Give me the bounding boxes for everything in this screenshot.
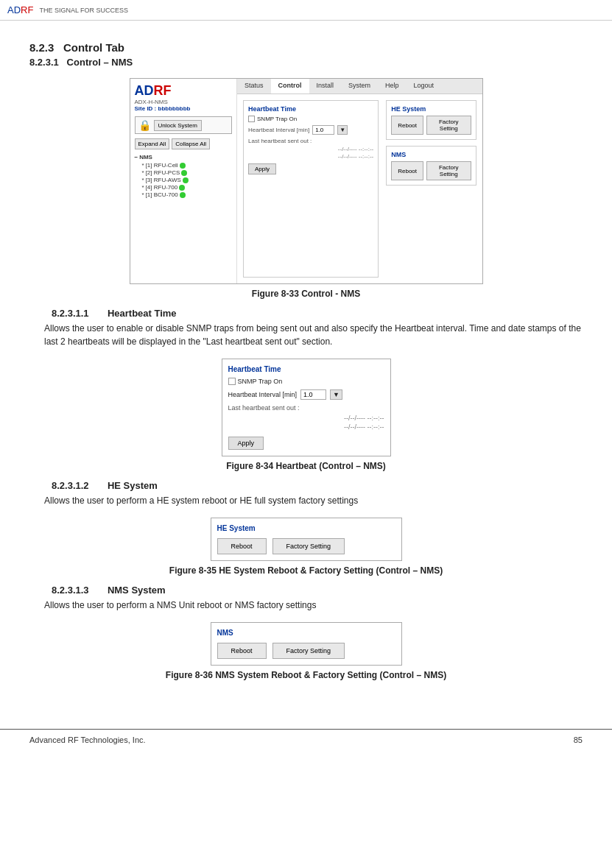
apply-button[interactable]: Apply — [248, 163, 276, 174]
collapse-all-button[interactable]: Collapse All — [172, 138, 210, 149]
nav-logout[interactable]: Logout — [407, 79, 442, 93]
nms-device-label: ADX-H-NMS — [135, 99, 233, 105]
nms-reboot-button[interactable]: Reboot — [391, 161, 423, 180]
hb-dash-2: --/--/---- --:--:-- — [248, 153, 373, 160]
interval-row: Heartbeat Interval [min] ▼ — [248, 125, 373, 135]
hb-snmp-label: SNMP Trap On — [238, 378, 283, 385]
he-screenshot-reboot-button[interactable]: Reboot — [217, 538, 267, 554]
status-dot-green-3 — [183, 177, 189, 183]
nms-left-panel: ADRF ADX-H-NMS Site ID : bbbbbbbbb 🔒 Unl… — [130, 79, 238, 283]
heartbeat-description: Allows the user to enable or disable SNM… — [29, 322, 583, 348]
figure-36-container: NMS Reboot Factory Setting Figure 8-36 N… — [29, 622, 583, 680]
he-screenshot: HE System Reboot Factory Setting — [211, 518, 402, 561]
he-screenshot-title: HE System — [217, 524, 395, 532]
tree-item-rfu-cell: * [1] RFU-Cell — [135, 162, 233, 169]
hb-snmp-checkbox[interactable] — [228, 378, 236, 385]
expand-all-button[interactable]: Expand All — [135, 138, 170, 149]
nms-logo: ADRF ADX-H-NMS Site ID : bbbbbbbbb — [135, 83, 233, 112]
status-dot-green-4 — [179, 185, 185, 191]
hb-dash-row-2: --/--/---- --:--:-- — [228, 423, 384, 431]
figure-35-container: HE System Reboot Factory Setting Figure … — [29, 518, 583, 576]
footer-page: 85 — [574, 735, 583, 744]
nms-site-id: Site ID : bbbbbbbbb — [135, 105, 233, 112]
fig36-caption: Figure 8-36 NMS System Reboot & Factory … — [166, 670, 446, 680]
section-8231-heading: 8.2.3.1 Control – NMS — [29, 57, 583, 68]
nms-logo-big: ADRF — [135, 83, 233, 99]
logo-ad: AD — [7, 4, 21, 15]
lock-icon: 🔒 — [138, 119, 151, 131]
section-82313-heading: 8.2.3.1.3 NMS System — [52, 585, 583, 596]
hb-interval-input[interactable] — [300, 389, 326, 400]
tree-item-rfu-pcs: * [2] RFU-PCS — [135, 169, 233, 176]
nms-lock-box: 🔒 Unlock System — [135, 116, 233, 134]
he-screenshot-btn-row: Reboot Factory Setting — [217, 538, 395, 554]
nms-body: Heartbeat Time SNMP Trap On Heartbeat In… — [237, 94, 482, 283]
logo-area: ADRF THE SIGNAL FOR SUCCESS — [7, 4, 128, 15]
figure-34-container: Heartbeat Time SNMP Trap On Heartbeat In… — [29, 359, 583, 471]
nms-system-box: NMS Reboot Factory Setting — [386, 146, 476, 186]
last-hb-label: Last heartbeat sent out : — [248, 138, 373, 144]
star-icon-3: * — [142, 177, 144, 183]
nms-heartbeat-box: Heartbeat Time SNMP Trap On Heartbeat In… — [243, 100, 379, 278]
nms-sys-btn-row: Reboot Factory Setting — [217, 643, 395, 659]
tree-item-rfu-aws: * [3] RFU-AWS — [135, 177, 233, 183]
hb-last-label: Last heartbeat sent out : — [228, 404, 384, 412]
nav-install[interactable]: Install — [309, 79, 342, 93]
tree-item-bcu-700: * [1] BCU-700 — [135, 191, 233, 198]
nav-help[interactable]: Help — [378, 79, 407, 93]
he-system-box: HE System Reboot Factory Setting — [386, 100, 476, 140]
snmp-check-row: SNMP Trap On — [248, 116, 373, 122]
nav-system[interactable]: System — [341, 79, 378, 93]
logo-tagline: THE SIGNAL FOR SUCCESS — [39, 7, 128, 14]
star-icon-4: * — [142, 184, 144, 191]
unlock-system-button[interactable]: Unlock System — [154, 120, 202, 131]
nav-control[interactable]: Control — [271, 79, 309, 93]
nms-btn-row: Reboot Factory Setting — [391, 161, 471, 180]
section-823-heading: 8.2.3 Control Tab — [29, 41, 583, 54]
hb-dash-row-1: --/--/---- --:--:-- — [228, 414, 384, 422]
status-dot-green-2 — [181, 170, 187, 176]
he-reboot-button[interactable]: Reboot — [391, 116, 423, 135]
hb-interval-row: Heartbeat Interval [min] ▼ — [228, 389, 384, 400]
section-82311-heading: 8.2.3.1.1 Heartbeat Time — [52, 308, 583, 319]
nav-status[interactable]: Status — [237, 79, 271, 93]
tree-item-rfu-700: * [4] RFU-700 — [135, 184, 233, 191]
nms-factory-button[interactable]: Factory Setting — [426, 161, 471, 180]
hb-snmp-row: SNMP Trap On — [228, 378, 384, 385]
nms-system-description: Allows the user to perform a NMS Unit re… — [29, 599, 583, 612]
status-dot-green — [180, 163, 186, 169]
interval-input[interactable] — [312, 125, 334, 135]
status-dot-green-5 — [180, 192, 186, 198]
nms-system-title: NMS — [391, 151, 471, 158]
star-icon: * — [142, 162, 144, 169]
hb-interval-dropdown[interactable]: ▼ — [330, 389, 342, 400]
he-factory-button[interactable]: Factory Setting — [426, 116, 471, 135]
interval-dropdown[interactable]: ▼ — [337, 125, 348, 135]
interval-label: Heartbeat Interval [min] — [248, 127, 309, 133]
nms-logo-rf-small: RF — [154, 83, 172, 98]
hb-interval-label: Heartbeat Interval [min] — [228, 391, 298, 398]
nms-screenshot: ADRF ADX-H-NMS Site ID : bbbbbbbbb 🔒 Unl… — [130, 78, 483, 284]
nms-tree: − NMS * [1] RFU-Cell * [2] RFU-PCS * — [135, 154, 233, 198]
nms-sys-factory-button[interactable]: Factory Setting — [272, 643, 345, 659]
page-footer: Advanced RF Technologies, Inc. 85 — [0, 729, 612, 750]
snmp-checkbox[interactable] — [248, 116, 255, 122]
he-btn-row: Reboot Factory Setting — [391, 116, 471, 135]
snmp-label: SNMP Trap On — [257, 116, 297, 122]
star-icon-5: * — [142, 191, 144, 198]
minus-icon: − — [135, 154, 138, 160]
nms-sys-reboot-button[interactable]: Reboot — [217, 643, 267, 659]
hb-apply-button[interactable]: Apply — [228, 437, 264, 450]
star-icon-2: * — [142, 169, 144, 176]
fig33-caption: Figure 8-33 Control - NMS — [252, 289, 360, 299]
logo: ADRF — [7, 4, 33, 15]
footer-company: Advanced RF Technologies, Inc. — [29, 735, 146, 744]
fig34-caption: Figure 8-34 Heartbeat (Control – NMS) — [226, 461, 386, 471]
he-screenshot-factory-button[interactable]: Factory Setting — [272, 538, 345, 554]
expand-row: Expand All Collapse All — [135, 138, 233, 149]
nms-hb-title: Heartbeat Time — [248, 105, 373, 113]
he-system-title: HE System — [391, 105, 471, 113]
page-header: ADRF THE SIGNAL FOR SUCCESS — [0, 0, 612, 21]
hb-screenshot-title: Heartbeat Time — [228, 365, 384, 373]
he-system-description: Allows the user to perform a HE system r… — [29, 494, 583, 507]
